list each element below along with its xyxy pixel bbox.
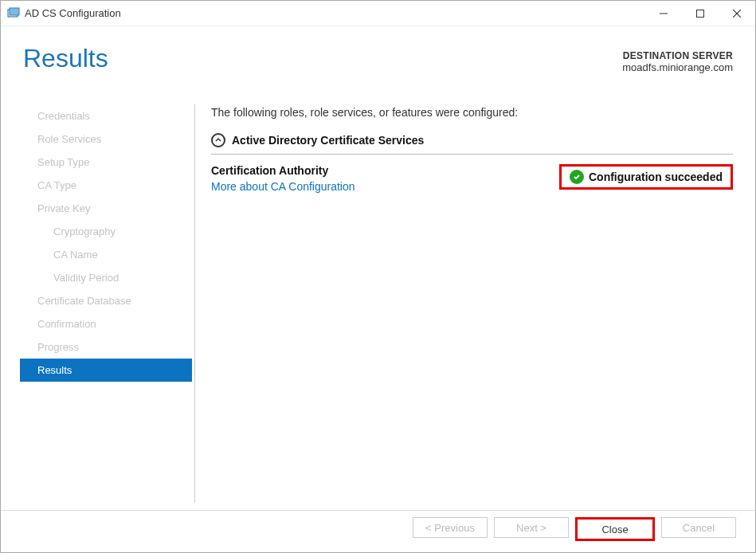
chevron-up-icon (211, 133, 225, 147)
service-name: Certification Authority (211, 164, 559, 177)
titlebar: AD CS Configuration (1, 1, 755, 26)
sidebar-item-credentials[interactable]: Credentials (20, 104, 192, 127)
result-left: Certification Authority More about CA Co… (211, 164, 559, 193)
destination-label: DESTINATION SERVER (622, 50, 733, 61)
main-content: The following roles, role services, or f… (211, 106, 733, 193)
sidebar-item-results[interactable]: Results (20, 359, 192, 382)
more-link[interactable]: More about CA Configuration (211, 180, 559, 193)
window-controls (645, 1, 755, 26)
role-name: Active Directory Certificate Services (232, 134, 424, 147)
result-row: Certification Authority More about CA Co… (211, 164, 733, 193)
svg-rect-3 (697, 10, 704, 17)
previous-button: < Previous (413, 517, 488, 538)
next-button: Next > (494, 517, 569, 538)
sidebar-item-confirmation[interactable]: Confirmation (20, 312, 192, 335)
check-icon (570, 170, 584, 184)
svg-rect-1 (10, 8, 19, 15)
sidebar-item-progress[interactable]: Progress (20, 335, 192, 359)
window-title: AD CS Configuration (25, 7, 645, 19)
destination-server: moadfs.miniorange.com (622, 61, 733, 73)
cancel-button: Cancel (661, 517, 736, 538)
button-separator (1, 510, 755, 511)
sidebar-item-ca-name[interactable]: CA Name (20, 243, 192, 266)
sidebar-item-cryptography[interactable]: Cryptography (20, 220, 192, 243)
app-icon (7, 7, 20, 20)
sidebar-item-ca-type[interactable]: CA Type (20, 174, 192, 197)
status-box: Configuration succeeded (559, 164, 733, 190)
sidebar-item-certificate-database[interactable]: Certificate Database (20, 289, 192, 312)
page-title: Results (23, 44, 108, 73)
sidebar-item-setup-type[interactable]: Setup Type (20, 151, 192, 174)
sidebar-item-validity-period[interactable]: Validity Period (20, 266, 192, 289)
button-bar: < Previous Next > Close Cancel (413, 517, 736, 541)
maximize-button[interactable] (682, 1, 719, 26)
sidebar-item-role-services[interactable]: Role Services (20, 127, 192, 151)
minimize-button[interactable] (645, 1, 682, 26)
intro-text: The following roles, role services, or f… (211, 106, 733, 119)
sidebar: CredentialsRole ServicesSetup TypeCA Typ… (20, 104, 192, 382)
sidebar-divider (194, 104, 195, 503)
destination-block: DESTINATION SERVER moadfs.miniorange.com (622, 50, 733, 73)
close-window-button[interactable] (719, 1, 755, 26)
sidebar-item-private-key[interactable]: Private Key (20, 197, 192, 220)
status-text: Configuration succeeded (589, 171, 723, 183)
header: Results DESTINATION SERVER moadfs.minior… (23, 44, 733, 73)
role-header[interactable]: Active Directory Certificate Services (211, 133, 733, 155)
close-button[interactable]: Close (575, 517, 655, 541)
